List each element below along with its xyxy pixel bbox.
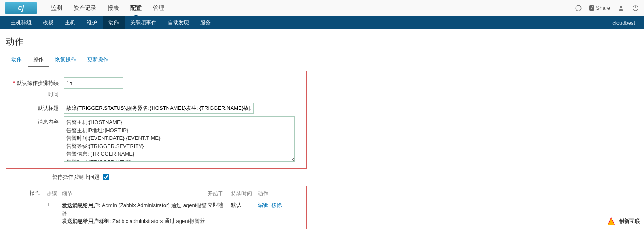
duration-label: *默认操作步骤持续时间	[12, 77, 64, 100]
logo[interactable]: cj	[5, 2, 37, 14]
tabs: 动作 操作 恢复操作 更新操作	[0, 53, 644, 67]
operations-label: 操作	[8, 188, 44, 198]
nav-config[interactable]: 配置	[125, 0, 147, 16]
share-label: Share	[596, 5, 610, 11]
ops-detail-l1-prefix: 发送消息给用户:	[62, 202, 100, 208]
tab-operation[interactable]: 操作	[28, 53, 49, 67]
ops-step: 1	[47, 201, 62, 225]
ops-header-row: 步骤 细节 开始于 持续时间 动作	[47, 188, 304, 200]
subnav-action[interactable]: 动作	[103, 16, 125, 29]
svg-point-1	[620, 6, 622, 8]
power-icon[interactable]	[632, 4, 639, 12]
top-header: cj 监测 资产记录 报表 配置 管理 Z Share	[0, 0, 644, 16]
subnav-service[interactable]: 服务	[195, 16, 216, 29]
operations-box: 操作 步骤 细节 开始于 持续时间 动作 1 发送消息给用户: Admin (Z…	[6, 186, 307, 229]
ops-actions: 编辑 移除	[258, 201, 282, 225]
tab-recovery[interactable]: 恢复操作	[49, 53, 82, 67]
ops-detail-l2-rest: Zabbix administrators 通过 agent报警器	[111, 218, 205, 224]
subnav-template[interactable]: 模板	[37, 16, 59, 29]
user-icon[interactable]	[617, 4, 625, 12]
ops-start: 立即地	[208, 201, 231, 225]
subnav-host[interactable]: 主机	[59, 16, 81, 29]
oh-duration: 持续时间	[231, 190, 258, 197]
oh-detail: 细节	[62, 190, 208, 197]
ops-edit-link[interactable]: 编辑	[258, 201, 268, 225]
nav-reports[interactable]: 报表	[102, 0, 125, 16]
page-title: 动作	[0, 29, 644, 53]
watermark: 创新互联	[606, 216, 640, 227]
notify-icon[interactable]	[575, 4, 582, 12]
share-z-icon: Z	[589, 5, 594, 11]
sub-nav: 主机群组 模板 主机 维护 动作 关联项事件 自动发现 服务 cloudbest	[0, 16, 644, 29]
ops-duration: 默认	[231, 201, 258, 225]
message-textarea[interactable]	[64, 116, 295, 162]
svg-point-0	[576, 5, 581, 11]
svg-marker-4	[608, 218, 614, 225]
watermark-text: 创新互联	[619, 218, 640, 225]
pause-row: 暂停操作以制止问题	[0, 170, 644, 184]
ops-row: 1 发送消息给用户: Admin (Zabbix Administrator) …	[47, 200, 304, 227]
subject-input[interactable]	[64, 103, 254, 114]
nav-admin[interactable]: 管理	[147, 0, 170, 16]
pause-label: 暂停操作以制止问题	[0, 173, 103, 181]
message-label: 消息内容	[12, 116, 64, 162]
top-nav: 监测 资产记录 报表 配置 管理	[45, 0, 170, 16]
ops-remove-link[interactable]: 移除	[271, 201, 282, 225]
nav-monitor[interactable]: 监测	[45, 0, 68, 16]
oh-step: 步骤	[47, 190, 62, 197]
duration-input[interactable]	[64, 77, 123, 89]
subnav-discovery[interactable]: 自动发现	[162, 16, 195, 29]
watermark-icon	[606, 216, 616, 227]
tab-update[interactable]: 更新操作	[82, 53, 114, 67]
share-button[interactable]: Z Share	[589, 5, 610, 11]
subject-label: 默认标题	[12, 103, 64, 114]
subnav-maintenance[interactable]: 维护	[81, 16, 103, 29]
top-right: Z Share	[575, 4, 639, 12]
ops-detail-l2-prefix: 发送消息给用户群组:	[62, 218, 111, 224]
subnav-correlation[interactable]: 关联项事件	[125, 16, 162, 29]
subnav-user: cloudbest	[612, 20, 639, 26]
ops-detail: 发送消息给用户: Admin (Zabbix Administrator) 通过…	[62, 201, 208, 225]
oh-start: 开始于	[208, 190, 231, 197]
tab-action[interactable]: 动作	[6, 53, 28, 67]
subnav-hostgroup[interactable]: 主机群组	[5, 16, 37, 29]
pause-checkbox[interactable]	[103, 174, 109, 180]
form-box: *默认操作步骤持续时间 默认标题 消息内容	[6, 71, 307, 169]
oh-action: 动作	[258, 190, 275, 197]
nav-inventory[interactable]: 资产记录	[68, 0, 102, 16]
